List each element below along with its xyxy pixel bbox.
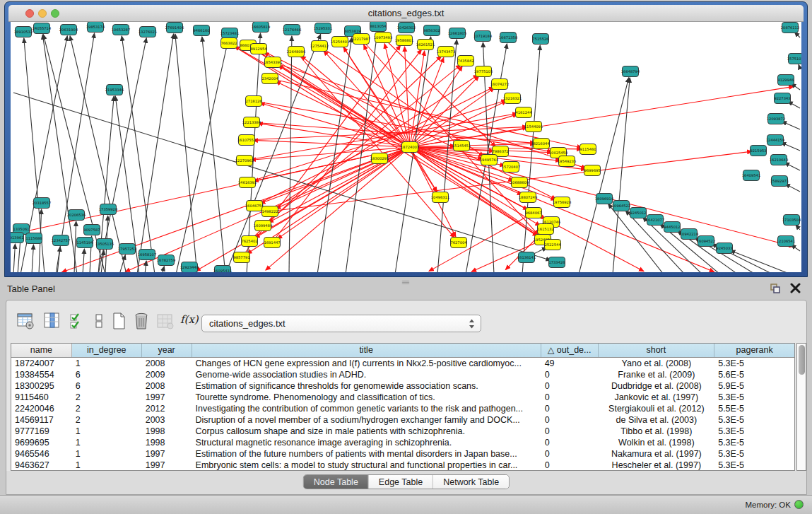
graph-node[interactable]: 9245033	[716, 243, 732, 254]
graph-node-selected[interactable]: 7627004	[450, 238, 467, 248]
graph-node[interactable]: 20318557	[33, 198, 51, 209]
graph-node-selected[interactable]: 16543391	[264, 57, 282, 68]
function-builder-icon[interactable]: f(x)	[180, 313, 199, 332]
network-table-select[interactable]: citations_edges.txt	[201, 315, 481, 332]
graph-node-selected[interactable]: 10973493	[374, 33, 392, 43]
table-scrollbar[interactable]	[796, 343, 806, 471]
graph-node[interactable]: 16094522	[697, 236, 715, 247]
graph-node-selected[interactable]: 1498222	[261, 206, 278, 217]
window-titlebar[interactable]: citations_edges.txt	[8, 5, 804, 22]
graph-node[interactable]: 12093872	[767, 114, 785, 124]
scrollbar-thumb[interactable]	[799, 345, 805, 375]
table-row[interactable]: 946362711997Embryonic stem cells: a mode…	[11, 460, 794, 470]
graph-node-selected[interactable]: 10688609	[510, 177, 529, 188]
graph-node[interactable]: 15751074	[787, 54, 801, 64]
column-header-out-degree[interactable]: △ out_de...	[541, 344, 599, 357]
graph-node[interactable]: 12661805	[448, 28, 466, 39]
graph-node-selected[interactable]: 12270962	[235, 156, 254, 166]
graph-node-selected[interactable]: 19756928	[553, 197, 571, 208]
graph-node[interactable]: 21953346	[105, 85, 124, 95]
graph-node[interactable]: 12106541	[777, 236, 795, 247]
panel-resize-handle[interactable]	[402, 280, 409, 286]
graph-node[interactable]: 16605819	[252, 22, 270, 33]
graph-node-selected[interactable]: 12213384	[242, 117, 261, 128]
float-panel-icon[interactable]	[770, 283, 781, 294]
table-row[interactable]: 1456911722003Disruption of a novel membe…	[11, 414, 794, 426]
graph-node[interactable]: 10942218	[680, 229, 698, 240]
show-column-icon[interactable]	[43, 312, 61, 330]
graph-node[interactable]: 7515526	[532, 34, 548, 45]
table-row[interactable]: 977716911998Corpus callosum shape and si…	[11, 426, 794, 437]
network-canvas[interactable]: 1891053224055714206319041985317410653287…	[11, 22, 801, 272]
graph-node-selected[interactable]: 8216044	[533, 139, 550, 149]
graph-node[interactable]: 3913961	[11, 233, 24, 243]
graph-node[interactable]: 10964522	[612, 201, 630, 211]
column-header-short[interactable]: short	[599, 344, 715, 357]
graph-node[interactable]: 17957253	[118, 244, 136, 255]
graph-node-selected[interactable]: 2342004	[261, 74, 278, 84]
column-header-year[interactable]: year	[142, 344, 192, 357]
table-row[interactable]: 911546021997Tourette syndrome. Phenomeno…	[11, 392, 794, 403]
graph-node[interactable]: 1733426	[548, 257, 565, 268]
graph-node[interactable]: 20876112	[781, 23, 799, 33]
graph-node[interactable]: 9129946	[777, 75, 794, 86]
graph-node-selected[interactable]: 19775105	[474, 66, 493, 77]
delete-table-icon[interactable]	[132, 312, 151, 330]
graph-node-selected[interactable]: 14616392	[238, 177, 257, 188]
graph-node[interactable]: 12342757	[52, 235, 70, 246]
graph-node[interactable]: 27691406	[165, 23, 184, 33]
graph-node-selected[interactable]: 16046756	[245, 201, 264, 211]
graph-node[interactable]: 9097587	[83, 225, 100, 235]
table-row[interactable]: 1830029562008Estimation of significance …	[11, 380, 794, 392]
table-row[interactable]: 2242004622012Investigating the contribut…	[11, 403, 794, 414]
column-header-in-degree[interactable]: in_degree	[72, 344, 142, 357]
graph-node[interactable]: 10653287	[112, 25, 130, 35]
graph-node-selected[interactable]: 7625402	[241, 236, 257, 247]
graph-node-selected[interactable]: 10496311	[431, 192, 449, 203]
graph-node[interactable]: 20631904	[59, 25, 78, 35]
graph-node-selected[interactable]: 22648096	[287, 47, 305, 57]
graph-node[interactable]: 16958107	[138, 250, 156, 260]
graph-node-selected[interactable]: 12754412	[310, 41, 329, 52]
select-columns-icon[interactable]	[69, 312, 87, 330]
graph-node[interactable]: 20206536	[67, 210, 86, 221]
graph-node[interactable]: 17359928	[99, 204, 117, 215]
graph-node[interactable]: 13505135	[95, 239, 114, 250]
graph-node-selected[interactable]: 13216321	[503, 93, 522, 104]
graph-node[interactable]: 1145194	[76, 238, 93, 248]
graph-node[interactable]: 10426302	[397, 23, 416, 33]
graph-node-selected[interactable]: 19549235	[558, 156, 576, 167]
table-row[interactable]: 946554611997Estimation of the future num…	[11, 448, 794, 460]
graph-node-selected[interactable]: 4161244	[515, 107, 532, 118]
graph-node-selected[interactable]: 15720407	[502, 162, 520, 173]
graph-node[interactable]: 16409541	[742, 170, 760, 181]
graph-node[interactable]: 16671358	[499, 33, 517, 43]
graph-node-selected[interactable]: 15145451	[452, 141, 471, 151]
graph-node[interactable]: 12176466	[283, 25, 301, 35]
table-row[interactable]: 969969511998Structural magnetic resonanc…	[11, 437, 794, 448]
graph-node-selected[interactable]: 16261521	[416, 40, 435, 50]
graph-node-selected[interactable]: 9699695	[584, 165, 600, 176]
graph-node[interactable]: 19853174	[86, 22, 105, 33]
graph-node-selected[interactable]: 18807249	[519, 192, 537, 203]
graph-node[interactable]: 12923448	[180, 262, 199, 273]
graph-node[interactable]: 17103504	[782, 215, 801, 226]
graph-node[interactable]: 15723481	[220, 28, 239, 39]
graph-node-selected[interactable]: 12217987	[352, 34, 370, 45]
graph-node[interactable]: 16095431	[213, 266, 232, 273]
graph-node-selected[interactable]: 13743473	[437, 47, 455, 57]
graph-node[interactable]: 16136141	[517, 252, 536, 263]
graph-node[interactable]: 9856302	[423, 25, 440, 36]
graph-node[interactable]: 9215953	[750, 146, 766, 156]
tab-network-table[interactable]: Network Table	[433, 475, 509, 489]
graph-node[interactable]: 9245012	[630, 208, 646, 218]
graph-node-selected[interactable]: 9115460	[579, 144, 596, 155]
graph-node[interactable]: 9466160	[193, 25, 209, 36]
graph-node-selected[interactable]: 9684067	[525, 208, 541, 218]
table-row[interactable]: 1872400712008Changes of HCN gene express…	[11, 358, 794, 369]
graph-node[interactable]: 9445012	[664, 222, 680, 233]
graph-node[interactable]: 1115686	[25, 233, 42, 244]
graph-node-selected[interactable]: 9857791	[233, 252, 249, 263]
row-height-icon[interactable]	[90, 312, 108, 330]
graph-node-selected[interactable]: 19495764	[480, 155, 499, 165]
